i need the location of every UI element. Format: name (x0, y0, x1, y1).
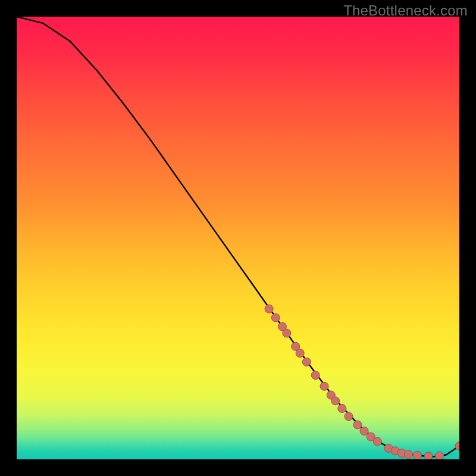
data-point (338, 404, 346, 412)
data-point (296, 349, 304, 357)
data-point (345, 412, 353, 421)
data-point (265, 305, 273, 313)
data-point (320, 382, 328, 390)
data-point (283, 329, 291, 337)
data-point (353, 421, 362, 429)
data-points-group (265, 305, 459, 459)
data-point (311, 371, 320, 380)
data-point (436, 452, 444, 459)
chart-svg (17, 17, 459, 459)
bottleneck-curve-line (17, 17, 459, 457)
chart-frame: { "watermark": "TheBottleneck.com", "col… (0, 0, 476, 476)
plot-area (17, 17, 459, 459)
data-point (404, 450, 412, 459)
watermark-text: TheBottleneck.com (343, 2, 468, 19)
data-point (373, 437, 381, 446)
data-point (360, 427, 368, 435)
data-point (302, 358, 311, 366)
data-point (413, 451, 421, 459)
data-point (331, 397, 340, 405)
data-point (424, 452, 433, 459)
data-point (271, 314, 280, 322)
